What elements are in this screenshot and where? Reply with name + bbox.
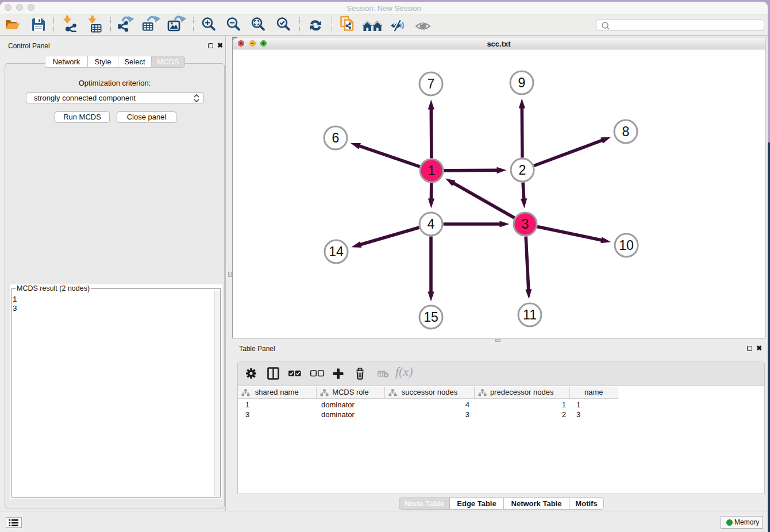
svg-text:11: 11 bbox=[523, 307, 537, 322]
svg-text:15: 15 bbox=[424, 310, 438, 325]
svg-text:10: 10 bbox=[619, 238, 634, 253]
svg-text:6: 6 bbox=[332, 130, 340, 145]
svg-text:4: 4 bbox=[428, 217, 435, 232]
svg-text:3: 3 bbox=[522, 217, 529, 232]
svg-text:14: 14 bbox=[329, 244, 344, 259]
svg-text:1: 1 bbox=[428, 163, 436, 178]
svg-text:f(x): f(x) bbox=[395, 367, 413, 379]
svg-text:2: 2 bbox=[519, 163, 526, 178]
svg-text:7: 7 bbox=[428, 76, 435, 91]
svg-text:9: 9 bbox=[518, 75, 526, 90]
svg-text:8: 8 bbox=[622, 124, 630, 139]
